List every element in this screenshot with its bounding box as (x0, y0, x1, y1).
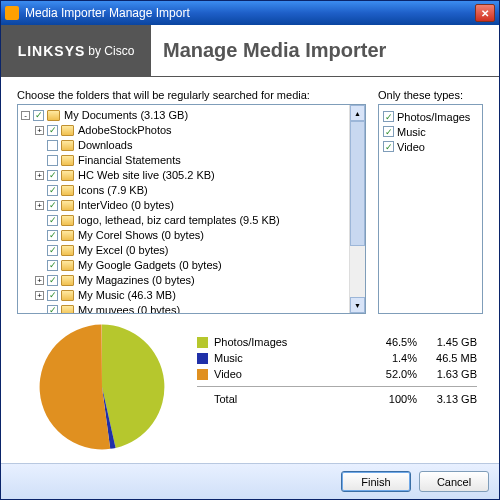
folder-icon (61, 245, 74, 256)
legend-size: 1.63 GB (417, 368, 477, 380)
folder-tree-panel: -✓My Documents (3.13 GB)+✓AdobeStockPhot… (17, 104, 366, 314)
folder-icon (61, 200, 74, 211)
expand-toggle[interactable]: + (35, 201, 44, 210)
folder-label: HC Web site live (305.2 KB) (78, 168, 215, 183)
legend-row: Music1.4%46.5 MB (197, 350, 477, 366)
tree-scrollbar[interactable]: ▲ ▼ (349, 105, 365, 313)
window-title: Media Importer Manage Import (25, 6, 475, 20)
tree-node[interactable]: +✓InterVideo (0 bytes) (21, 198, 362, 213)
folder-checkbox[interactable]: ✓ (47, 170, 58, 181)
tree-node[interactable]: +✓AdobeStockPhotos (21, 123, 362, 138)
expand-toggle[interactable]: - (21, 111, 30, 120)
content-area: Choose the folders that will be regularl… (1, 77, 499, 463)
folder-tree[interactable]: -✓My Documents (3.13 GB)+✓AdobeStockPhot… (18, 105, 365, 314)
tree-node[interactable]: ✓My muvees (0 bytes) (21, 303, 362, 314)
legend-size: 46.5 MB (417, 352, 477, 364)
legend-swatch (197, 353, 208, 364)
folder-checkbox[interactable]: ✓ (47, 290, 58, 301)
tree-label: Choose the folders that will be regularl… (17, 89, 366, 101)
tree-node[interactable]: ✓My Excel (0 bytes) (21, 243, 362, 258)
folder-checkbox[interactable]: ✓ (47, 230, 58, 241)
expand-toggle[interactable]: + (35, 291, 44, 300)
brand-logo: LINKSYS by Cisco (1, 25, 151, 77)
folder-icon (61, 260, 74, 271)
tree-node[interactable]: ✓Icons (7.9 KB) (21, 183, 362, 198)
folder-label: Financial Statements (78, 153, 181, 168)
folder-icon (61, 125, 74, 136)
tree-node[interactable]: +✓HC Web site live (305.2 KB) (21, 168, 362, 183)
finish-button[interactable]: Finish (341, 471, 411, 492)
folder-icon (61, 290, 74, 301)
cancel-button[interactable]: Cancel (419, 471, 489, 492)
legend-row: Video52.0%1.63 GB (197, 366, 477, 382)
tree-node[interactable]: Financial Statements (21, 153, 362, 168)
folder-label: My Google Gadgets (0 bytes) (78, 258, 222, 273)
folder-icon (61, 170, 74, 181)
folder-icon (47, 110, 60, 121)
folder-icon (61, 155, 74, 166)
folder-checkbox[interactable]: ✓ (47, 125, 58, 136)
pie-legend: Photos/Images46.5%1.45 GBMusic1.4%46.5 M… (197, 322, 483, 407)
type-label: Music (397, 126, 426, 138)
app-icon (5, 6, 19, 20)
scroll-up-button[interactable]: ▲ (350, 105, 365, 121)
brand-suffix: by Cisco (88, 44, 134, 58)
tree-node[interactable]: ✓My Corel Shows (0 bytes) (21, 228, 362, 243)
type-checkbox[interactable]: ✓ (383, 141, 394, 152)
legend-percent: 46.5% (367, 336, 417, 348)
type-row[interactable]: ✓Video (383, 139, 478, 154)
type-label: Photos/Images (397, 111, 470, 123)
folder-checkbox[interactable]: ✓ (47, 305, 58, 314)
header: LINKSYS by Cisco Manage Media Importer (1, 25, 499, 77)
folder-label: My Documents (3.13 GB) (64, 108, 188, 123)
type-label: Video (397, 141, 425, 153)
folder-label: My Corel Shows (0 bytes) (78, 228, 204, 243)
tree-node[interactable]: -✓My Documents (3.13 GB) (21, 108, 362, 123)
folder-label: My Music (46.3 MB) (78, 288, 176, 303)
folder-checkbox[interactable]: ✓ (47, 185, 58, 196)
folder-label: AdobeStockPhotos (78, 123, 172, 138)
folder-checkbox[interactable] (47, 155, 58, 166)
folder-checkbox[interactable]: ✓ (47, 260, 58, 271)
folder-icon (61, 215, 74, 226)
expand-toggle[interactable]: + (35, 171, 44, 180)
types-list: ✓Photos/Images✓Music✓Video (379, 105, 482, 158)
tree-node[interactable]: +✓My Magazines (0 bytes) (21, 273, 362, 288)
folder-label: Icons (7.9 KB) (78, 183, 148, 198)
folder-checkbox[interactable]: ✓ (47, 275, 58, 286)
expand-toggle[interactable]: + (35, 276, 44, 285)
page-title: Manage Media Importer (151, 39, 499, 62)
folder-checkbox[interactable]: ✓ (47, 200, 58, 211)
folder-icon (61, 275, 74, 286)
expand-toggle[interactable]: + (35, 126, 44, 135)
folder-label: Downloads (78, 138, 132, 153)
folder-checkbox[interactable]: ✓ (47, 245, 58, 256)
legend-percent: 1.4% (367, 352, 417, 364)
close-button[interactable]: ✕ (475, 4, 495, 22)
type-checkbox[interactable]: ✓ (383, 126, 394, 137)
folder-label: InterVideo (0 bytes) (78, 198, 174, 213)
folder-label: logo, lethead, biz card templates (9.5 K… (78, 213, 280, 228)
tree-node[interactable]: ✓logo, lethead, biz card templates (9.5 … (21, 213, 362, 228)
pie-chart (17, 322, 187, 452)
folder-checkbox[interactable] (47, 140, 58, 151)
folder-icon (61, 185, 74, 196)
tree-node[interactable]: +✓My Music (46.3 MB) (21, 288, 362, 303)
brand-name: LINKSYS (18, 43, 86, 59)
scroll-thumb[interactable] (350, 121, 365, 246)
folder-checkbox[interactable]: ✓ (33, 110, 44, 121)
legend-percent: 52.0% (367, 368, 417, 380)
tree-node[interactable]: ✓My Google Gadgets (0 bytes) (21, 258, 362, 273)
folder-checkbox[interactable]: ✓ (47, 215, 58, 226)
folder-icon (61, 305, 74, 314)
type-checkbox[interactable]: ✓ (383, 111, 394, 122)
footer: Finish Cancel (1, 463, 499, 499)
type-row[interactable]: ✓Music (383, 124, 478, 139)
folder-label: My Excel (0 bytes) (78, 243, 168, 258)
app-window: Media Importer Manage Import ✕ LINKSYS b… (0, 0, 500, 500)
type-row[interactable]: ✓Photos/Images (383, 109, 478, 124)
scroll-down-button[interactable]: ▼ (350, 297, 365, 313)
legend-name: Video (214, 368, 367, 380)
folder-icon (61, 140, 74, 151)
tree-node[interactable]: Downloads (21, 138, 362, 153)
